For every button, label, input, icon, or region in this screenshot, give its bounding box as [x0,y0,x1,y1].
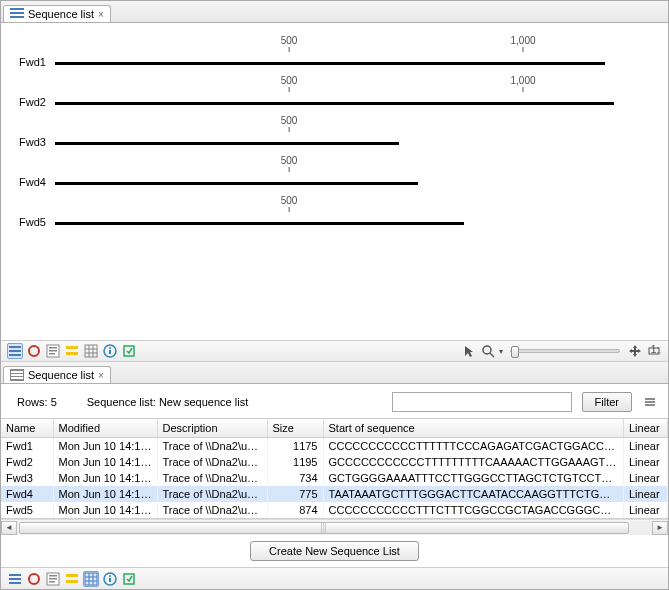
cell-description: Trace of \\Dna2\us... [157,502,267,518]
history-view-icon[interactable] [121,571,137,587]
svg-rect-30 [9,582,21,584]
sequence-row: Fwd25001,000 [19,73,650,111]
cell-linear: Linear [624,438,668,455]
ruler-tick: 500 [281,195,298,212]
history-view-icon[interactable] [121,343,137,359]
svg-point-20 [483,346,491,354]
svg-rect-35 [49,581,55,583]
zoom-slider[interactable] [510,349,620,353]
col-header-name[interactable]: Name [1,419,53,438]
graphical-view-icon[interactable] [7,571,23,587]
tab-sequence-list[interactable]: Sequence list × [3,5,111,22]
sequence-line[interactable] [55,62,605,65]
zoom-dropdown-icon[interactable]: ▾ [499,347,503,356]
tab-label: Sequence list [28,369,94,381]
cell-start: TAATAAATGCTTTGGGACTTCAATACCAAGGTTTCTGGGT… [323,486,624,502]
table-row[interactable]: Fwd1Mon Jun 10 14:13:...Trace of \\Dna2\… [1,438,668,455]
pan-icon[interactable] [627,343,643,359]
svg-rect-1 [9,350,21,352]
col-header-modified[interactable]: Modified [53,419,157,438]
circular-view-icon[interactable] [26,571,42,587]
cell-size: 874 [267,502,323,518]
scroll-left-icon[interactable]: ◄ [1,521,17,535]
close-icon[interactable]: × [98,9,104,20]
svg-rect-37 [66,580,78,583]
svg-rect-36 [66,574,78,577]
col-header-description[interactable]: Description [157,419,267,438]
filter-button[interactable]: Filter [582,392,632,412]
info-view-icon[interactable] [102,571,118,587]
filter-options-icon[interactable] [642,394,658,410]
create-new-sequence-list-button[interactable]: Create New Sequence List [250,541,419,561]
cell-start: GCCCCCCCCCCCTTTTTTTTTCAAAAACTTGGAAAGTTTG… [323,454,624,470]
annotation-view-icon[interactable] [64,343,80,359]
svg-text:1:1: 1:1 [651,344,662,355]
sequence-row: Fwd3500 [19,113,650,151]
svg-rect-18 [124,346,134,356]
close-icon[interactable]: × [98,370,104,381]
sequence-label: Fwd3 [19,136,55,151]
svg-rect-28 [9,574,21,576]
zoom-tool-icon[interactable] [480,343,496,359]
svg-rect-6 [49,350,57,352]
upper-tab-bar: Sequence list × [1,1,668,23]
text-view-icon[interactable] [45,571,61,587]
cell-linear: Linear [624,470,668,486]
pointer-tool-icon[interactable] [461,343,477,359]
sequence-line[interactable] [55,102,614,105]
table-row[interactable]: Fwd4Mon Jun 10 14:13:...Trace of \\Dna2\… [1,486,668,502]
scrollbar-thumb[interactable] [19,522,629,534]
svg-rect-34 [49,578,57,580]
cell-linear: Linear [624,454,668,470]
sequence-label: Fwd1 [19,56,55,71]
svg-rect-9 [66,352,78,355]
sequence-track[interactable]: 500 [55,113,650,151]
cell-linear: Linear [624,502,668,518]
cell-name: Fwd5 [1,502,53,518]
cell-name: Fwd3 [1,470,53,486]
text-view-icon[interactable] [45,343,61,359]
svg-rect-38 [85,573,97,585]
sequence-track[interactable]: 500 [55,153,650,191]
table-row[interactable]: Fwd2Mon Jun 10 14:13:...Trace of \\Dna2\… [1,454,668,470]
sequence-line[interactable] [55,222,464,225]
sequence-line[interactable] [55,142,399,145]
col-header-size[interactable]: Size [267,419,323,438]
table-row[interactable]: Fwd5Mon Jun 10 14:13:...Trace of \\Dna2\… [1,502,668,518]
zoom-slider-thumb[interactable] [511,346,519,358]
horizontal-scrollbar[interactable]: ◄ ► [1,519,668,535]
sequence-track[interactable]: 5001,000 [55,73,650,111]
tab-sequence-list-table[interactable]: Sequence list × [3,366,111,383]
col-header-linear[interactable]: Linear [624,419,668,438]
viz-toolbar: ▾ 1:1 [1,340,668,362]
bottom-toolbar [1,567,668,589]
col-header-start[interactable]: Start of sequence [323,419,624,438]
ruler-tick: 1,000 [511,35,536,52]
sequence-line[interactable] [55,182,418,185]
sequence-track[interactable]: 5001,000 [55,33,650,71]
table-row[interactable]: Fwd3Mon Jun 10 14:13:...Trace of \\Dna2\… [1,470,668,486]
fit-width-icon[interactable]: 1:1 [646,343,662,359]
cell-size: 734 [267,470,323,486]
svg-point-31 [29,574,39,584]
annotation-view-icon[interactable] [64,571,80,587]
svg-point-17 [109,347,111,349]
circular-view-icon[interactable] [26,343,42,359]
sequence-row: Fwd15001,000 [19,33,650,71]
table-view-icon[interactable] [83,571,99,587]
cell-size: 1175 [267,438,323,455]
svg-rect-0 [9,346,21,348]
sequence-visualization-pane: Fwd15001,000Fwd25001,000Fwd3500Fwd4500Fw… [1,23,668,340]
info-view-icon[interactable] [102,343,118,359]
filter-input[interactable] [392,392,572,412]
sequence-track[interactable]: 500 [55,193,650,231]
table-view-icon[interactable] [83,343,99,359]
cell-modified: Mon Jun 10 14:13:... [53,470,157,486]
tab-label: Sequence list [28,8,94,20]
svg-rect-8 [66,346,78,349]
svg-rect-10 [85,345,97,357]
cell-description: Trace of \\Dna2\us... [157,486,267,502]
cell-modified: Mon Jun 10 14:13:... [53,486,157,502]
graphical-view-icon[interactable] [7,343,23,359]
scroll-right-icon[interactable]: ► [652,521,668,535]
